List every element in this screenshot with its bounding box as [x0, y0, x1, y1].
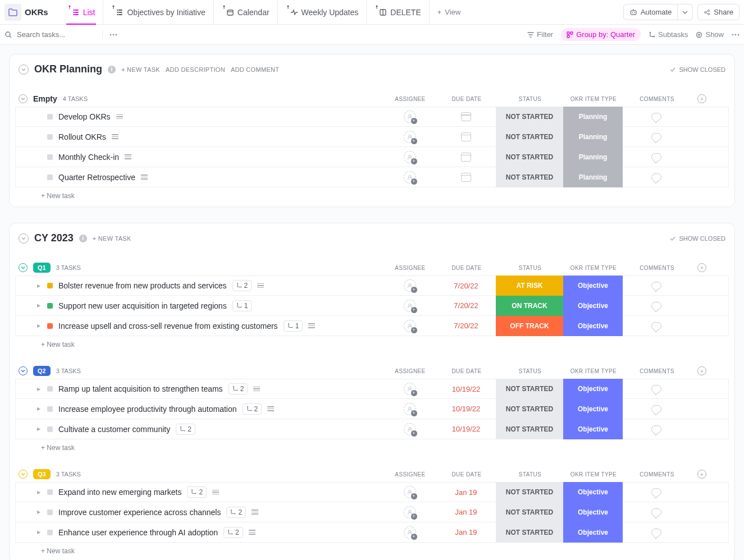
task-row[interactable]: ▶Increase upsell and cross-sell revenue …: [15, 316, 729, 336]
search-input[interactable]: [17, 30, 95, 39]
group-badge[interactable]: Q3: [33, 469, 51, 479]
view-tab-weekly-updates[interactable]: Weekly Updates: [278, 0, 367, 25]
subtask-count-badge[interactable]: 2: [232, 280, 252, 291]
task-title[interactable]: Cultivate a customer community: [58, 425, 170, 434]
new-task-row-button[interactable]: + New task: [15, 439, 729, 453]
add-comment-button[interactable]: ADD COMMENT: [231, 66, 279, 73]
comment-icon[interactable]: [651, 282, 661, 290]
column-assignee[interactable]: ASSIGNEE: [384, 265, 437, 271]
column-status[interactable]: STATUS: [496, 96, 564, 102]
column-due-date[interactable]: DUE DATE: [437, 471, 496, 478]
column-assignee[interactable]: ASSIGNEE: [384, 368, 437, 374]
task-title[interactable]: Rollout OKRs: [58, 132, 106, 141]
comment-icon[interactable]: [651, 425, 661, 433]
description-icon[interactable]: [253, 387, 260, 392]
subtask-count-badge[interactable]: 2: [226, 507, 246, 518]
column-okr-item-type[interactable]: OKR ITEM TYPE: [564, 265, 623, 271]
description-icon[interactable]: [116, 114, 123, 120]
add-column-button[interactable]: +: [691, 366, 706, 375]
task-title[interactable]: Enhance user experience through AI adopt…: [58, 528, 218, 537]
status-chip[interactable]: OFF TRACK: [496, 316, 563, 336]
status-chip[interactable]: NOT STARTED: [496, 167, 563, 187]
okr-item-type-chip[interactable]: Objective: [563, 419, 623, 439]
due-date-placeholder[interactable]: [461, 153, 471, 162]
collapse-group-button[interactable]: [19, 470, 28, 479]
column-assignee[interactable]: ASSIGNEE: [384, 471, 437, 478]
status-square-icon[interactable]: [47, 406, 53, 412]
okr-item-type-chip[interactable]: Objective: [563, 522, 623, 543]
status-square-icon[interactable]: [47, 530, 53, 535]
add-column-button[interactable]: +: [691, 263, 706, 272]
subtask-count-badge[interactable]: 2: [229, 383, 248, 394]
status-square-icon[interactable]: [47, 303, 53, 309]
automate-caret-button[interactable]: [678, 4, 693, 20]
comment-icon[interactable]: [651, 405, 661, 413]
expand-subtasks-caret[interactable]: ▶: [36, 490, 42, 495]
column-comments[interactable]: COMMENTS: [623, 368, 691, 374]
due-date[interactable]: Jan 19: [455, 528, 477, 536]
collapse-group-button[interactable]: [19, 94, 28, 103]
task-row[interactable]: Monthly Check-inNOT STARTEDPlanning: [15, 147, 729, 167]
column-comments[interactable]: COMMENTS: [623, 471, 691, 478]
assignee-placeholder[interactable]: [404, 383, 416, 395]
task-title[interactable]: Increase employee productivity through a…: [58, 405, 237, 414]
okr-item-type-chip[interactable]: Objective: [563, 276, 623, 296]
comment-icon[interactable]: [651, 529, 661, 536]
assignee-placeholder[interactable]: [404, 506, 416, 518]
status-square-icon[interactable]: [47, 489, 53, 495]
task-row[interactable]: ▶Bolster revenue from new products and s…: [15, 276, 729, 296]
description-icon[interactable]: [249, 530, 255, 535]
task-title[interactable]: Quarter Retrospective: [58, 173, 135, 182]
add-column-button[interactable]: +: [691, 94, 706, 103]
info-icon[interactable]: i: [108, 66, 116, 74]
collapse-panel-button[interactable]: [19, 233, 29, 244]
column-status[interactable]: STATUS: [496, 471, 564, 478]
task-title[interactable]: Ramp up talent acquisition to strengthen…: [58, 384, 223, 393]
assignee-placeholder[interactable]: [404, 300, 416, 312]
okr-item-type-chip[interactable]: Planning: [563, 107, 623, 127]
task-row[interactable]: ▶Expand into new emerging markets2Jan 19…: [15, 482, 729, 502]
assignee-placeholder[interactable]: [404, 131, 416, 143]
collapse-group-button[interactable]: [19, 263, 28, 272]
due-date-placeholder[interactable]: [461, 112, 471, 121]
status-chip[interactable]: NOT STARTED: [496, 147, 563, 167]
status-square-icon[interactable]: [47, 175, 53, 180]
task-row[interactable]: ▶Ramp up talent acquisition to strengthe…: [15, 379, 729, 399]
expand-subtasks-caret[interactable]: ▶: [36, 530, 42, 535]
description-icon[interactable]: [141, 175, 148, 180]
subtasks-button[interactable]: Subtasks: [649, 30, 688, 39]
column-comments[interactable]: COMMENTS: [623, 96, 691, 102]
comment-icon[interactable]: [651, 113, 661, 121]
status-chip[interactable]: NOT STARTED: [496, 482, 563, 502]
task-row[interactable]: ▶Cultivate a customer community210/19/22…: [15, 419, 729, 439]
subtask-count-badge[interactable]: 2: [223, 527, 243, 538]
subtask-count-badge[interactable]: 2: [187, 486, 207, 498]
due-date[interactable]: 7/20/22: [454, 322, 478, 330]
more-menu-button[interactable]: [103, 34, 124, 36]
comment-icon[interactable]: [651, 153, 661, 161]
task-row[interactable]: ▶Improve customer experience across chan…: [15, 502, 729, 522]
okr-item-type-chip[interactable]: Objective: [563, 296, 623, 316]
view-tab-delete[interactable]: DELETE: [367, 0, 429, 25]
task-row[interactable]: Rollout OKRsNOT STARTEDPlanning: [15, 127, 729, 147]
due-date[interactable]: 7/20/22: [454, 282, 478, 290]
status-chip[interactable]: NOT STARTED: [496, 107, 563, 127]
show-button[interactable]: Show: [696, 30, 724, 39]
add-column-button[interactable]: +: [691, 470, 706, 479]
comment-icon[interactable]: [651, 173, 661, 181]
assignee-placeholder[interactable]: [404, 171, 416, 183]
okr-item-type-chip[interactable]: Planning: [563, 127, 623, 147]
folder-icon[interactable]: [4, 4, 21, 21]
column-due-date[interactable]: DUE DATE: [437, 96, 496, 102]
due-date[interactable]: Jan 19: [455, 488, 477, 497]
comment-icon[interactable]: [651, 488, 661, 496]
expand-subtasks-caret[interactable]: ▶: [36, 406, 42, 411]
comment-icon[interactable]: [651, 385, 661, 393]
assignee-placeholder[interactable]: [404, 320, 416, 332]
task-row[interactable]: ▶Increase employee productivity through …: [15, 399, 729, 419]
task-title[interactable]: Monthly Check-in: [58, 153, 119, 162]
description-icon[interactable]: [112, 134, 118, 139]
collapse-panel-button[interactable]: [19, 65, 29, 75]
status-chip[interactable]: NOT STARTED: [496, 419, 563, 439]
subtask-count-badge[interactable]: 2: [176, 424, 195, 435]
